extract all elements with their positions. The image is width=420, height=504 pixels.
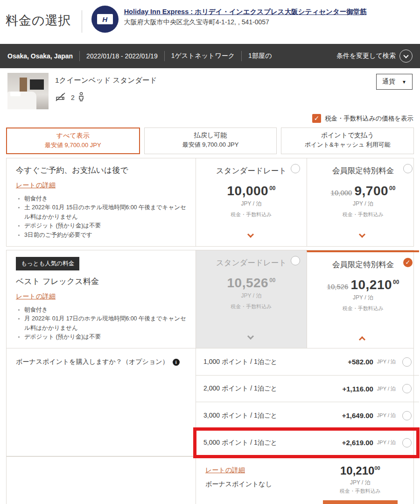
bonus-option-unit: JPY / 泊 bbox=[377, 412, 396, 419]
rate-row-best-flex: もっとも人気の料金 ベスト フレックス料金 レートの詳細 朝食付き 月 2022… bbox=[6, 250, 414, 349]
hotel-address: 大阪府大阪市中央区北久宝寺町4-1-12, , 541-0057 bbox=[124, 18, 367, 27]
tab-sublabel: 最安値 9,700.00 JPY bbox=[9, 141, 137, 149]
bonus-option-price: +1,116.00 bbox=[343, 385, 373, 393]
summary-cell: レートの詳細 ボーナスポイントなし 10,21000 JPY / 泊 税金・手数… bbox=[196, 457, 419, 504]
search-guests: 1ゲストネットワーク bbox=[165, 52, 241, 60]
tab-show-all[interactable]: すべて表示 最安値 9,700.00 JPY bbox=[6, 128, 140, 154]
bonus-option-price: +582.00 bbox=[348, 358, 373, 366]
tab-sublabel: 最安値 9,700.00 JPY bbox=[147, 141, 275, 149]
currency-dropdown[interactable]: 通貨 ▼ bbox=[376, 74, 413, 90]
tab-label: 払戻し可能 bbox=[147, 131, 275, 140]
search-summary-bar: Osaka, Osaka, Japan 2022/01/18 - 2022/01… bbox=[0, 44, 420, 68]
rate-bullet: 朝食付き bbox=[24, 194, 186, 203]
bonus-options-list: 1,000 ポイント / 1泊ごと +582.00 JPY / 泊 2,000 … bbox=[196, 348, 419, 456]
rate-unit: JPY / 泊 bbox=[312, 200, 414, 208]
expand-chevron-down-icon[interactable] bbox=[248, 234, 254, 240]
collapse-chevron-up-icon[interactable] bbox=[360, 335, 366, 341]
summary-details-link[interactable]: レートの詳細 bbox=[205, 466, 245, 475]
occupancy-count: 2 bbox=[71, 94, 75, 101]
rate-bullet: デポジット (預かり金)は不要 bbox=[24, 221, 186, 230]
chevron-down-icon[interactable] bbox=[399, 50, 413, 63]
rate-bullet: 土 2022年 01月 15日のホテル現地時間6:00 午後までキャンセル料はか… bbox=[24, 203, 186, 221]
standard-rate-radio[interactable] bbox=[291, 164, 300, 173]
caret-down-icon: ▼ bbox=[402, 79, 406, 85]
standard-rate-radio[interactable] bbox=[291, 256, 300, 265]
bonus-option-label: 3,000 ポイント / 1泊ごと bbox=[203, 412, 277, 420]
rate-price: 10,000 bbox=[227, 184, 269, 198]
rate-title: 今すぐご予約、お支払いは後で bbox=[16, 165, 186, 176]
member-rate-radio[interactable] bbox=[403, 164, 413, 173]
rate-filter-tabs: すべて表示 最安値 9,700.00 JPY 払戻し可能 最安値 9,700.0… bbox=[6, 128, 414, 154]
member-rate-column-selected: ✓ 会員限定特別料金 10,52610,21000 JPY / 泊 税金・手数料… bbox=[307, 250, 419, 348]
rate-cents: 00 bbox=[389, 185, 395, 192]
header-divider bbox=[82, 10, 82, 33]
select-rate-button[interactable]: 料金を選択 bbox=[323, 500, 398, 504]
room-photo bbox=[7, 73, 49, 109]
rate-summary-section: レートの詳細 ボーナスポイントなし 10,21000 JPY / 泊 税金・手数… bbox=[6, 456, 414, 504]
hotel-block: Holiday Inn Express : ホリデイ・インエクスプレス大阪シティ… bbox=[124, 7, 367, 27]
summary-price-block: 10,21000 JPY / 泊 税金・手数料込み 料金を選択 bbox=[323, 464, 410, 504]
info-icon[interactable]: i bbox=[173, 359, 180, 366]
tax-toggle-row: ✓ 税金・手数料込みの価格を表示 bbox=[0, 111, 420, 127]
summary-unit: JPY / 泊 bbox=[323, 479, 398, 487]
member-rate-column: 会員限定特別料金 10,0009,70000 JPY / 泊 税金・手数料込み bbox=[307, 158, 419, 246]
room-name: 1クイーンベッド スタンダード bbox=[55, 76, 157, 85]
bonus-option-radio[interactable] bbox=[402, 357, 412, 367]
summary-empty-cell bbox=[7, 457, 196, 504]
bonus-option-radio[interactable] bbox=[402, 438, 412, 447]
bonus-option-3000: 3,000 ポイント / 1泊ごと +1,649.00 JPY / 泊 bbox=[196, 402, 419, 429]
page-title: 料金の選択 bbox=[6, 12, 71, 29]
bonus-option-radio[interactable] bbox=[402, 411, 412, 420]
bonus-option-5000: 5,000 ポイント / 1泊ごと +2,619.00 JPY / 泊 bbox=[196, 429, 419, 456]
search-rooms: 1部屋の bbox=[242, 52, 278, 60]
person-icon bbox=[78, 92, 84, 103]
tab-sublabel: ポイント&キャッシュ 利用可能 bbox=[283, 141, 412, 149]
tab-pay-with-points[interactable]: ポイントで支払う ポイント&キャッシュ 利用可能 bbox=[281, 128, 414, 154]
rate-unit: JPY / 泊 bbox=[312, 294, 414, 302]
bonus-points-section: ボーナスポイントを購入しますか？（オプション） i 1,000 ポイント / 1… bbox=[6, 348, 414, 456]
modify-search-label: 条件を変更して検索 bbox=[336, 52, 396, 60]
holiday-inn-express-logo-icon: H bbox=[91, 6, 119, 33]
hotel-name-link[interactable]: Holiday Inn Express : ホリデイ・インエクスプレス大阪シティ… bbox=[124, 7, 367, 16]
rate-details-link[interactable]: レートの詳細 bbox=[16, 181, 56, 190]
currency-label: 通貨 bbox=[382, 78, 395, 86]
rate-note: 税金・手数料込み bbox=[201, 211, 302, 218]
rate-bullet-list: 朝食付き 土 2022年 01月 15日のホテル現地時間6:00 午後までキャン… bbox=[24, 194, 186, 240]
expand-chevron-down-icon[interactable] bbox=[360, 234, 366, 240]
rate-price: 9,700 bbox=[354, 184, 388, 198]
rate-description: もっとも人気の料金 ベスト フレックス料金 レートの詳細 朝食付き 月 2022… bbox=[7, 250, 196, 348]
room-info: 1クイーンベッド スタンダード 2 bbox=[55, 73, 157, 108]
tab-refundable[interactable]: 払戻し可能 最安値 9,700.00 JPY bbox=[144, 128, 277, 154]
bonus-option-unit: JPY / 泊 bbox=[377, 385, 396, 392]
rate-bullet: デポジット (預かり金)は不要 bbox=[24, 333, 186, 341]
rate-bullet: 朝食付き bbox=[24, 305, 186, 314]
rate-details-link[interactable]: レートの詳細 bbox=[16, 292, 56, 301]
page-header: 料金の選択 H Holiday Inn Express : ホリデイ・インエクス… bbox=[0, 0, 420, 44]
tab-label: すべて表示 bbox=[9, 132, 137, 140]
rate-description: 今すぐご予約、お支払いは後で レートの詳細 朝食付き 土 2022年 01月 1… bbox=[7, 158, 196, 246]
bonus-option-label: 1,000 ポイント / 1泊ごと bbox=[203, 358, 277, 366]
expand-chevron-down-icon[interactable] bbox=[248, 335, 254, 341]
standard-rate-column: スタンダードレート 10,00000 JPY / 泊 税金・手数料込み bbox=[196, 158, 307, 246]
rate-title: ベスト フレックス料金 bbox=[16, 276, 186, 287]
selected-check-icon[interactable]: ✓ bbox=[403, 258, 413, 267]
modify-search-button[interactable]: 条件を変更して検索 bbox=[336, 50, 413, 63]
rate-column-label: スタンダードレート bbox=[201, 166, 302, 176]
bonus-option-price: +1,649.00 bbox=[342, 412, 373, 419]
rate-price: 10,526 bbox=[227, 276, 269, 290]
rate-unit: JPY / 泊 bbox=[201, 200, 302, 208]
bonus-option-radio[interactable] bbox=[402, 384, 412, 393]
bonus-question: ボーナスポイントを購入しますか？（オプション） bbox=[16, 358, 169, 366]
rate-note: 税金・手数料込み bbox=[201, 303, 302, 310]
rate-column-label: スタンダードレート bbox=[201, 258, 302, 268]
search-location: Osaka, Osaka, Japan bbox=[7, 52, 79, 60]
rate-old-price: 10,526 bbox=[327, 283, 349, 291]
logo-monogram: H bbox=[102, 16, 107, 23]
rate-note: 税金・手数料込み bbox=[312, 305, 414, 312]
summary-price: 10,210 bbox=[340, 464, 374, 477]
summary-cents: 00 bbox=[374, 465, 380, 471]
bonus-option-unit: JPY / 泊 bbox=[377, 439, 396, 446]
tax-checkbox[interactable]: ✓ bbox=[312, 114, 321, 123]
rate-column-label: 会員限定特別料金 bbox=[312, 260, 414, 270]
bonus-option-label: 5,000 ポイント / 1泊ごと bbox=[203, 439, 277, 447]
